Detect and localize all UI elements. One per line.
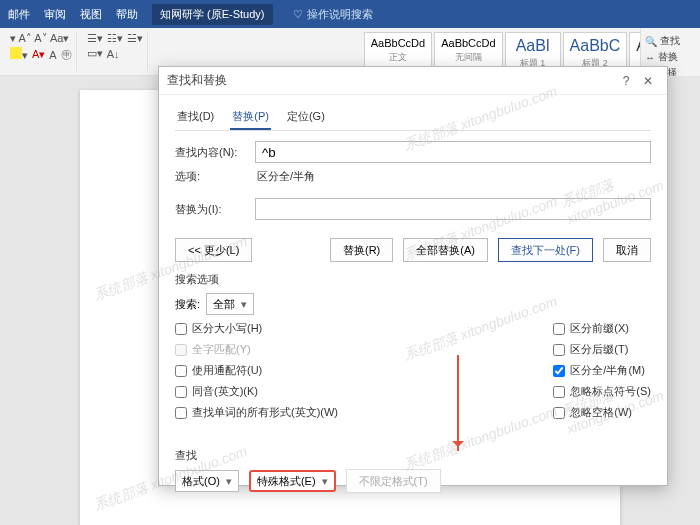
check-word-forms[interactable]: 查找单词的所有形式(英文)(W) — [175, 405, 338, 420]
chevron-down-icon: ▾ — [226, 475, 232, 488]
chevron-down-icon: ▾ — [322, 475, 328, 488]
font-color[interactable]: A▾ — [32, 48, 45, 61]
highlight-color[interactable]: ▾ — [10, 47, 28, 62]
replace-with-label: 替换为(I): — [175, 202, 247, 217]
check-suffix[interactable]: 区分后缀(T) — [553, 342, 651, 357]
find-what-input[interactable] — [255, 141, 651, 163]
tell-me-search[interactable]: ♡ 操作说明搜索 — [293, 7, 373, 22]
no-formatting-button: 不限定格式(T) — [346, 469, 441, 493]
dialog-tabs: 查找(D) 替换(P) 定位(G) — [175, 105, 651, 131]
checks-right-column: 区分前缀(X) 区分后缀(T) 区分全/半角(M) 忽略标点符号(S) 忽略空格… — [553, 321, 651, 420]
close-icon[interactable]: ✕ — [637, 74, 659, 88]
format-button[interactable]: 格式(O)▾ — [175, 470, 239, 492]
menu-mail[interactable]: 邮件 — [8, 7, 30, 22]
less-button[interactable]: << 更少(L) — [175, 238, 252, 262]
bullets-icon[interactable]: ☰▾ — [87, 32, 103, 45]
replace-icon: ↔ — [645, 52, 655, 63]
cancel-button[interactable]: 取消 — [603, 238, 651, 262]
font-group: ▾ A˄ A˅ Aa▾ ▾ A▾ A ㊥ — [6, 32, 77, 71]
window-titlebar: 邮件 审阅 视图 帮助 知网研学 (原E-Study) ♡ 操作说明搜索 — [0, 0, 700, 28]
tab-find[interactable]: 查找(D) — [175, 105, 216, 130]
paragraph-group: ☰▾ ☷▾ ☱▾ ▭▾ A↓ — [83, 32, 148, 71]
find-replace-dialog: 查找和替换 ? ✕ 查找(D) 替换(P) 定位(G) 查找内容(N): 选项:… — [158, 66, 668, 486]
replace-with-input[interactable] — [255, 198, 651, 220]
search-icon: 🔍 — [645, 36, 657, 47]
check-prefix[interactable]: 区分前缀(X) — [553, 321, 651, 336]
find-what-label: 查找内容(N): — [175, 145, 247, 160]
check-wildcards[interactable]: 使用通配符(U) — [175, 363, 338, 378]
menu-view[interactable]: 视图 — [80, 7, 102, 22]
menu-review[interactable]: 审阅 — [44, 7, 66, 22]
replace-button[interactable]: 替换(R) — [330, 238, 393, 262]
help-icon[interactable]: ? — [615, 74, 637, 88]
options-value: 区分全/半角 — [255, 169, 315, 184]
replace-all-button[interactable]: 全部替换(A) — [403, 238, 488, 262]
multilevel-icon[interactable]: ☱▾ — [127, 32, 143, 45]
check-ignore-space[interactable]: 忽略空格(W) — [553, 405, 651, 420]
dialog-title: 查找和替换 — [167, 72, 227, 89]
check-ignore-punct[interactable]: 忽略标点符号(S) — [553, 384, 651, 399]
replace-command[interactable]: ↔替换 — [645, 50, 696, 64]
search-direction-label: 搜索: — [175, 297, 200, 312]
find-next-button[interactable]: 查找下一处(F) — [498, 238, 593, 262]
borders-icon[interactable]: ▭▾ — [87, 47, 103, 60]
check-match-case[interactable]: 区分大小写(H) — [175, 321, 338, 336]
check-full-half-width[interactable]: 区分全/半角(M) — [553, 363, 651, 378]
find-command[interactable]: 🔍查找 — [645, 34, 696, 48]
enclose-char[interactable]: ㊥ — [61, 47, 72, 62]
lightbulb-icon: ♡ — [293, 8, 303, 21]
search-options-label: 搜索选项 — [175, 272, 651, 287]
checks-left-column: 区分大小写(H) 全字匹配(Y) 使用通配符(U) 同音(英文)(K) 查找单词… — [175, 321, 338, 420]
char-shading[interactable]: A — [49, 49, 56, 61]
tab-goto[interactable]: 定位(G) — [285, 105, 327, 130]
tab-replace[interactable]: 替换(P) — [230, 105, 271, 130]
menu-help[interactable]: 帮助 — [116, 7, 138, 22]
options-label: 选项: — [175, 169, 247, 184]
sort-icon[interactable]: A↓ — [107, 48, 120, 60]
check-whole-word: 全字匹配(Y) — [175, 342, 338, 357]
numbering-icon[interactable]: ☷▾ — [107, 32, 123, 45]
chevron-down-icon: ▾ — [241, 298, 247, 311]
annotation-arrow — [457, 355, 459, 451]
search-direction-combo[interactable]: 全部▾ — [206, 293, 254, 315]
special-format-button[interactable]: 特殊格式(E)▾ — [249, 470, 336, 492]
check-sounds-like[interactable]: 同音(英文)(K) — [175, 384, 338, 399]
find-section-label: 查找 — [175, 448, 651, 463]
font-size-combo[interactable]: ▾ A˄ A˅ Aa▾ — [10, 32, 69, 45]
menu-estudy[interactable]: 知网研学 (原E-Study) — [152, 4, 273, 25]
